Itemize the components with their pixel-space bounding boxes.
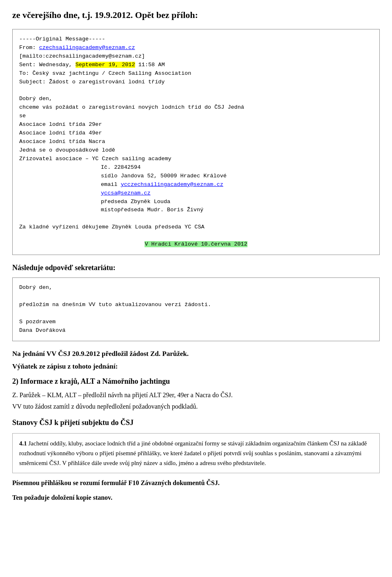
statute-number: 4.1 (19, 440, 27, 447)
response-box: Dobrý den, předložím na dnešním VV tuto … (12, 277, 380, 341)
mistopredseda-value: Boris Živný (167, 207, 203, 213)
email-predseda: předseda Zbyněk Louda (101, 198, 373, 206)
email-body-line3: se (19, 112, 373, 121)
subject-label: Subject: (19, 79, 46, 85)
sent-time: 11:58 AM (138, 62, 165, 68)
predseda-label: předseda (101, 199, 127, 205)
page-title: ze včerejšího dne, t.j. 19.9.2012. Opět … (12, 8, 380, 22)
informace-heading: 2) Informace z krajů, ALT a Námořního ja… (12, 376, 380, 387)
email-v-hradci: V Hradci Králové 10.června 2012 (19, 240, 373, 249)
to-label: To: (19, 70, 29, 76)
response-sign2: Dana Dvořáková (19, 327, 373, 335)
ic-value: 22842594 (114, 164, 140, 170)
email-body-line4: Jedná se o dvouposádkové lodě (19, 146, 373, 155)
email-mailto-line: [mailto:czechsailingacademy@seznam.cz] (19, 52, 373, 61)
email-mistopredseda: místopředseda Mudr. Boris Živný (101, 206, 373, 215)
stanovy-heading: Stanovy ČSJ k přijetí subjektu do ČSJ (12, 417, 380, 428)
email-field-label: email (101, 181, 118, 188)
statute-box: 4.1 Jachetní oddíly, kluby, asociace lod… (12, 433, 380, 473)
vv-text: VV tuto žádost zamítl z důvodu nepředlož… (12, 402, 380, 412)
v-hradci-text: V Hradci Králové 10.června 2012 (145, 241, 247, 247)
yccsa-link[interactable]: yccsa@seznam.cz (101, 190, 151, 196)
from-email-link[interactable]: czechsailingacademy@seznam.cz (39, 45, 135, 51)
email-assoc2: Asociace lodní třída 49er (19, 129, 373, 138)
section2-heading: Následuje odpověď sekretariátu: (12, 262, 380, 273)
email-ic: Ič. 22842594 (101, 163, 373, 172)
sidlo-value: Jandova 52, 50009 Hradec Králové (121, 173, 227, 179)
mistopredseda-label: místopředseda Mudr. (101, 207, 164, 213)
email-sidlo: sídlo Jandova 52, 50009 Hradec Králové (101, 172, 373, 181)
vynatek-label: Výňatek ze zápisu z tohoto jednání: (12, 361, 380, 372)
email-sent-line: Sent: Wednesday, September 19, 2012 11:5… (19, 61, 373, 69)
email-email: email ycczechsailingacademy@seznam.cz (101, 181, 373, 189)
to-value: Český svaz jachtingu / Czech Sailing Ass… (32, 70, 191, 76)
email-to-line: To: Český svaz jachtingu / Czech Sailing… (19, 69, 373, 78)
from-label: From: (19, 45, 36, 51)
email-from-line: From: czechsailingacademy@seznam.cz (19, 44, 373, 52)
email-za-kladne: Za kladné vyřízení děkujeme Zbyněk Louda… (19, 223, 373, 232)
response-greeting: Dobrý den, (19, 284, 373, 292)
email-greeting: Dobrý den, (19, 95, 373, 103)
sent-label: Sent: (19, 62, 36, 68)
email-assoc3: Asociace lodní třída Nacra (19, 138, 373, 146)
jednani-label: Na jednání VV ČSJ 20.9.2012 předložil žá… (12, 349, 380, 359)
response-body: předložím na dnešním VV tuto aktualizova… (19, 301, 373, 309)
predseda-value: Zbyněk Louda (131, 199, 170, 205)
sidlo-label: sídlo (101, 173, 118, 179)
email-field-value[interactable]: ycczechsailingacademy@seznam.cz (121, 181, 223, 188)
subject-value: Žádost o zaregistrování lodní třídy (49, 79, 165, 85)
email-yccsa: yccsa@seznam.cz (101, 189, 373, 198)
email-divider-top: -----Original Message----- (19, 35, 373, 44)
email-assoc1: Asociace lodní třída 29er (19, 121, 373, 129)
email-body-line2: chceme vás požádat o zaregistrování nový… (19, 103, 373, 112)
response-sign1: S pozdravem (19, 318, 373, 327)
pisemnou-line2: Ten požaduje doložení kopie stanov. (12, 493, 380, 503)
pisemnou-line1: Písemnou přihláškou se rozumí formulář F… (12, 478, 380, 488)
sent-value-text: Wednesday, (39, 62, 72, 68)
paruzek-text: Z. Parůžek – KLM, ALT – předložil návrh … (12, 390, 380, 400)
email-body-line5: Zřizovatel asociace – YC Czech sailing a… (19, 155, 373, 163)
email-subject-line: Subject: Žádost o zaregistrování lodní t… (19, 78, 373, 87)
email-signature-block: Ič. 22842594 sídlo Jandova 52, 50009 Hra… (101, 163, 373, 215)
sent-date: September 19, 2012 (76, 62, 135, 68)
ic-label: Ič. (101, 164, 111, 170)
original-email-box: -----Original Message----- From: czechsa… (12, 29, 380, 255)
statute-text: Jachetní oddíly, kluby, asociace lodních… (19, 440, 367, 466)
